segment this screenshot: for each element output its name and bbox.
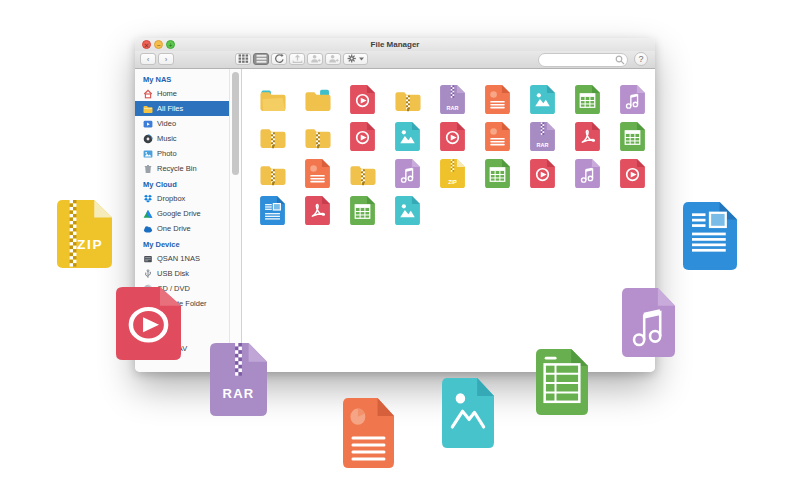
sidebar-item-label: Google Drive	[157, 209, 201, 218]
sidebar-section-my-nas: My NAS	[135, 71, 229, 86]
file-icon-image[interactable]	[520, 85, 565, 122]
file-icon-music[interactable]	[610, 85, 655, 122]
file-icon-pdf[interactable]	[295, 196, 340, 233]
share-user-button[interactable]	[307, 53, 323, 65]
sidebar-item-google-drive[interactable]: Google Drive	[135, 206, 229, 221]
file-icon-folder-zip[interactable]	[250, 159, 295, 196]
sidebar-item-photo[interactable]: Photo	[135, 146, 229, 161]
sidebar-item-label: USB Disk	[157, 269, 189, 278]
file-icon-zip[interactable]: ZIP	[430, 159, 475, 196]
decorative-bluedoc-icon	[683, 202, 737, 274]
sidebar-item-label: Recycle Bin	[157, 164, 197, 173]
file-icon-video[interactable]	[610, 159, 655, 196]
file-icon-image[interactable]	[385, 122, 430, 159]
user-icon	[328, 54, 339, 65]
music-icon	[143, 134, 153, 144]
svg-text:RAR: RAR	[536, 142, 548, 148]
decorative-video-icon	[116, 287, 181, 364]
grid-icon	[238, 54, 249, 65]
file-icon-doc[interactable]	[295, 159, 340, 196]
file-icon-doc[interactable]	[475, 122, 520, 159]
refresh-icon	[274, 54, 285, 65]
file-icon-rar[interactable]: RAR	[430, 85, 475, 122]
file-icon-folder-zip[interactable]	[340, 159, 385, 196]
file-icon-sheet[interactable]	[475, 159, 520, 196]
window-controls: ✕−+	[142, 40, 175, 49]
sidebar-item-label: Dropbox	[157, 194, 185, 203]
help-button[interactable]: ?	[634, 52, 648, 66]
svg-text:ZIP: ZIP	[77, 237, 104, 252]
sidebar-item-video[interactable]: Video	[135, 116, 229, 131]
svg-text:RAR: RAR	[223, 386, 255, 401]
sidebar-item-label: One Drive	[157, 224, 191, 233]
search-box	[538, 53, 628, 67]
file-icon-sheet[interactable]	[565, 85, 610, 122]
chevron-down-icon	[359, 57, 364, 61]
sidebar-item-all-files[interactable]: All Files	[135, 101, 229, 116]
onedrive-icon	[143, 224, 153, 234]
decorative-image-icon	[442, 378, 494, 452]
gear-icon	[347, 54, 358, 65]
decorative-sheet-icon	[536, 349, 588, 419]
sidebar-item-dropbox[interactable]: Dropbox	[135, 191, 229, 206]
usb-icon	[143, 269, 153, 279]
upload-icon	[292, 54, 303, 65]
file-icon-sheet[interactable]	[340, 196, 385, 233]
file-icon-folder-zip[interactable]	[295, 122, 340, 159]
refresh-button[interactable]	[271, 53, 287, 65]
close-button[interactable]: ✕	[142, 40, 151, 49]
file-icon-video[interactable]	[340, 85, 385, 122]
file-icon-doc[interactable]	[475, 85, 520, 122]
decorative-zip-icon: ZIP	[57, 200, 112, 272]
sidebar-section-my-device: My Device	[135, 236, 229, 251]
scrollbar-thumb[interactable]	[232, 72, 239, 175]
sidebar-item-one-drive[interactable]: One Drive	[135, 221, 229, 236]
forward-button[interactable]: ›	[158, 53, 174, 65]
file-icon-bluedoc[interactable]	[250, 196, 295, 233]
file-icon-music[interactable]	[385, 159, 430, 196]
grid-row: RAR	[250, 85, 655, 122]
settings-button[interactable]	[343, 53, 368, 65]
list-view-button[interactable]	[253, 53, 269, 65]
svg-text:RAR: RAR	[446, 105, 458, 111]
grid-row: ZIP	[250, 159, 655, 196]
file-icon-video[interactable]	[340, 122, 385, 159]
home-icon	[143, 89, 153, 99]
file-icon-sheet[interactable]	[610, 122, 655, 159]
sidebar-item-usb-disk[interactable]: USB Disk	[135, 266, 229, 281]
nav-buttons: ‹›	[140, 53, 174, 65]
search-input[interactable]	[539, 56, 615, 65]
list-icon	[256, 54, 267, 65]
zoom-button[interactable]: +	[166, 40, 175, 49]
recycle-icon	[143, 164, 153, 174]
upload-button[interactable]	[289, 53, 305, 65]
sidebar-item-label: Video	[157, 119, 176, 128]
add-user-button[interactable]	[325, 53, 341, 65]
video-icon	[143, 119, 153, 129]
sidebar-item-music[interactable]: Music	[135, 131, 229, 146]
back-button[interactable]: ‹	[140, 53, 156, 65]
file-icon-video[interactable]	[520, 159, 565, 196]
file-icon-rar[interactable]: RAR	[520, 122, 565, 159]
photo-icon	[143, 149, 153, 159]
file-icon-folder-zip[interactable]	[250, 122, 295, 159]
sidebar-item-qsan-1nas[interactable]: QSAN 1NAS	[135, 251, 229, 266]
file-icon-pdf[interactable]	[565, 122, 610, 159]
file-icon-folder-open[interactable]	[250, 85, 295, 122]
gdrive-icon	[143, 209, 153, 219]
file-icon-music[interactable]	[565, 159, 610, 196]
file-icon-folder[interactable]	[295, 85, 340, 122]
sidebar-scrollbar[interactable]	[229, 69, 242, 372]
sidebar-item-label: QSAN 1NAS	[157, 254, 200, 263]
toolbar-buttons	[235, 53, 368, 65]
sidebar-item-recycle-bin[interactable]: Recycle Bin	[135, 161, 229, 176]
file-icon-video[interactable]	[430, 122, 475, 159]
grid-view-button[interactable]	[235, 53, 251, 65]
sidebar-section-my-cloud: My Cloud	[135, 176, 229, 191]
minimize-button[interactable]: −	[154, 40, 163, 49]
file-icon-folder-zip[interactable]	[385, 85, 430, 122]
sidebar-item-label: All Files	[157, 104, 183, 113]
file-icon-image[interactable]	[385, 196, 430, 233]
folder-icon	[143, 104, 153, 114]
sidebar-item-home[interactable]: Home	[135, 86, 229, 101]
